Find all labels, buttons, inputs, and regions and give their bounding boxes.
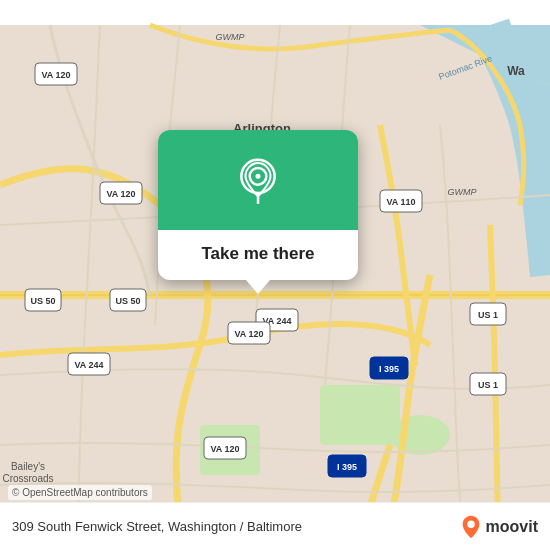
svg-text:VA 120: VA 120 <box>234 329 263 339</box>
take-me-there-button[interactable]: Take me there <box>191 230 324 280</box>
svg-text:Crossroads: Crossroads <box>2 473 53 484</box>
svg-text:US 1: US 1 <box>478 380 498 390</box>
moovit-logo: moovit <box>460 514 538 540</box>
svg-text:GWMP: GWMP <box>448 187 477 197</box>
popup-green-area <box>158 130 358 230</box>
svg-text:VA 120: VA 120 <box>210 444 239 454</box>
svg-text:GWMP: GWMP <box>216 32 245 42</box>
svg-text:VA 110: VA 110 <box>386 197 415 207</box>
svg-rect-1 <box>320 385 400 445</box>
svg-text:VA 120: VA 120 <box>106 189 135 199</box>
svg-text:Wa: Wa <box>507 64 525 78</box>
svg-text:US 1: US 1 <box>478 310 498 320</box>
svg-point-42 <box>467 520 474 527</box>
address-text: 309 South Fenwick Street, Washington / B… <box>12 519 302 534</box>
svg-text:Bailey's: Bailey's <box>11 461 45 472</box>
map-container: VA 120 VA 120 US 50 US 50 VA 244 VA 244 … <box>0 0 550 550</box>
osm-credit-text: © OpenStreetMap contributors <box>12 487 148 498</box>
svg-text:VA 244: VA 244 <box>74 360 103 370</box>
bottom-bar: 309 South Fenwick Street, Washington / B… <box>0 502 550 550</box>
svg-text:I 395: I 395 <box>337 462 357 472</box>
svg-text:VA 120: VA 120 <box>41 70 70 80</box>
moovit-pin-icon <box>460 514 482 540</box>
moovit-brand-text: moovit <box>486 518 538 536</box>
svg-text:I 395: I 395 <box>379 364 399 374</box>
osm-credit: © OpenStreetMap contributors <box>8 485 152 500</box>
svg-text:US 50: US 50 <box>115 296 140 306</box>
svg-text:US 50: US 50 <box>30 296 55 306</box>
location-pin-icon <box>233 158 283 208</box>
popup-card: Take me there <box>158 130 358 280</box>
svg-point-41 <box>256 174 261 179</box>
